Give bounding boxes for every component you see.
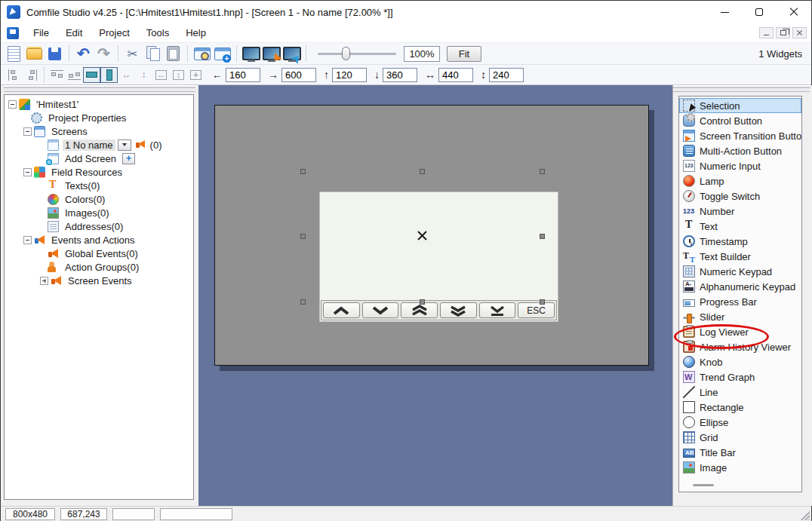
palette-item-ellipse[interactable]: Ellipse <box>679 415 801 430</box>
tree-item-project-properties[interactable]: Project Properties <box>5 111 193 124</box>
page-down-button[interactable] <box>440 302 477 318</box>
tree-item-addresses[interactable]: Addresses(0) <box>5 219 193 233</box>
palette-item-line[interactable]: Line <box>679 385 801 400</box>
expander-minus-icon[interactable] <box>23 168 32 176</box>
palette-item-control-button[interactable]: Control Button <box>679 113 801 128</box>
center-horizontally-icon[interactable] <box>83 67 100 83</box>
log-viewer-widget[interactable]: ESC <box>319 192 558 322</box>
mdi-minimize-button[interactable] <box>759 27 774 38</box>
align-top-icon[interactable] <box>48 67 66 83</box>
same-width-icon[interactable] <box>118 67 135 83</box>
selection-handle-top-right[interactable] <box>540 169 545 174</box>
selection-handle-bottom-center[interactable] <box>420 299 425 305</box>
add-screen-window-icon[interactable] <box>212 44 232 63</box>
zoom-level-box[interactable]: 100% <box>404 46 440 62</box>
add-screen-button[interactable]: + <box>122 153 135 164</box>
menu-project[interactable]: Project <box>91 24 137 41</box>
menu-file[interactable]: File <box>25 24 57 41</box>
palette-item-text-builder[interactable]: Text Builder <box>679 249 801 264</box>
cut-icon[interactable]: ✂ <box>122 44 143 63</box>
zoom-slider[interactable] <box>318 44 396 63</box>
tree-item-events-and-actions[interactable]: Events and Actions <box>5 233 193 247</box>
redo-icon[interactable]: ↷ <box>94 44 114 63</box>
tree-item-screens[interactable]: Screens <box>5 124 193 138</box>
scroll-to-end-button[interactable] <box>479 302 516 318</box>
menu-edit[interactable]: Edit <box>57 24 91 41</box>
selection-handle-top-center[interactable] <box>420 169 425 174</box>
palette-item-timestamp[interactable]: Timestamp <box>679 234 801 249</box>
bottom-position-input[interactable] <box>383 68 417 82</box>
paste-icon[interactable] <box>163 44 183 63</box>
maximize-button[interactable] <box>742 1 777 23</box>
palette-item-numeric-input[interactable]: Numeric Input <box>679 158 801 173</box>
selection-handle-bottom-right[interactable] <box>540 299 545 305</box>
palette-item-knob[interactable]: Knob <box>679 354 801 369</box>
palette-item-lamp[interactable]: Lamp <box>679 173 801 188</box>
right-position-input[interactable] <box>281 68 316 82</box>
device-monitor-icon[interactable] <box>241 44 261 63</box>
palette-item-screen-transition-button[interactable]: Screen Transition Button <box>679 128 801 143</box>
zoom-slider-thumb[interactable] <box>342 47 350 60</box>
selection-handle-bottom-left[interactable] <box>300 299 306 305</box>
tree-item-colors[interactable]: Colors(0) <box>5 192 193 206</box>
same-height-icon[interactable] <box>135 67 152 83</box>
palette-item-selection[interactable]: Selection <box>679 98 801 113</box>
align-right-icon[interactable] <box>23 67 40 83</box>
tree-item-screen-events[interactable]: Screen Events <box>5 274 193 287</box>
page-up-button[interactable] <box>401 302 438 318</box>
screen-dropdown-button[interactable] <box>118 139 131 151</box>
close-button[interactable] <box>777 1 811 23</box>
minimize-button[interactable] <box>707 1 742 23</box>
selection-handle-middle-right[interactable] <box>540 234 545 239</box>
undo-icon[interactable]: ↶ <box>73 44 94 63</box>
palette-item-number[interactable]: Number <box>679 204 801 219</box>
tree-splitter-handle[interactable] <box>4 85 195 92</box>
copy-icon[interactable] <box>143 44 163 63</box>
palette-item-trend-graph[interactable]: Trend Graph <box>679 369 801 385</box>
palette-item-grid[interactable]: Grid <box>679 430 801 445</box>
palette-item-rectangle[interactable]: Rectangle <box>679 400 801 415</box>
left-position-input[interactable] <box>226 68 260 82</box>
window-resize-grip[interactable] <box>801 511 810 520</box>
palette-item-slider[interactable]: Slider <box>679 309 801 324</box>
palette-resize-handle[interactable] <box>693 484 714 486</box>
align-bottom-icon[interactable] <box>66 67 83 83</box>
center-vertically-icon[interactable] <box>100 67 118 83</box>
mdi-close-button[interactable] <box>792 27 807 38</box>
palette-item-log-viewer[interactable]: Log Viewer <box>679 324 801 339</box>
selection-handle-middle-left[interactable] <box>300 234 306 239</box>
tree-item-global-events[interactable]: Global Events(0) <box>5 247 193 260</box>
tree-item-screen-1[interactable]: 1 No name (0) <box>5 138 193 152</box>
expander-minus-icon[interactable] <box>23 236 32 244</box>
design-canvas[interactable]: ESC <box>198 85 672 506</box>
download-to-device-icon[interactable] <box>261 44 281 63</box>
save-icon[interactable] <box>45 44 65 63</box>
align-left-icon[interactable] <box>5 67 23 83</box>
stretch-height-icon[interactable] <box>170 67 187 83</box>
tree-item-field-resources[interactable]: Field Resources <box>5 165 193 179</box>
tree-item-action-groups[interactable]: Action Groups(0) <box>5 260 193 274</box>
palette-item-alphanumeric-keypad[interactable]: Alphanumeric Keypad <box>679 279 801 294</box>
palette-splitter-handle[interactable] <box>673 85 810 92</box>
hmi-screen[interactable]: ESC <box>214 105 649 366</box>
tree-item-images[interactable]: Images(0) <box>5 206 193 219</box>
scroll-down-button[interactable] <box>362 302 399 318</box>
scroll-up-button[interactable] <box>323 302 360 318</box>
new-file-icon[interactable] <box>4 44 24 63</box>
mdi-restore-button[interactable] <box>776 27 790 38</box>
palette-item-alarm-history-viewer[interactable]: Alarm History Viewer <box>679 339 801 354</box>
palette-item-numeric-keypad[interactable]: Numeric Keypad <box>679 264 801 279</box>
palette-item-title-bar[interactable]: Title Bar <box>679 445 801 460</box>
tree-item-project-root[interactable]: 'Hmitest1' <box>5 97 193 111</box>
palette-item-progress-bar[interactable]: Progress Bar <box>679 294 801 309</box>
expander-minus-icon[interactable] <box>23 127 32 136</box>
palette-item-multi-action-button[interactable]: Multi-Action Button <box>679 143 801 158</box>
menu-tools[interactable]: Tools <box>138 24 177 41</box>
height-input[interactable] <box>489 68 524 82</box>
top-position-input[interactable] <box>332 68 367 82</box>
selection-handle-top-left[interactable] <box>300 169 306 174</box>
upload-from-device-icon[interactable] <box>281 44 302 63</box>
stretch-width-icon[interactable] <box>152 67 170 83</box>
expander-plus-icon[interactable] <box>40 277 48 285</box>
tree-item-texts[interactable]: Texts(0) <box>5 179 193 192</box>
